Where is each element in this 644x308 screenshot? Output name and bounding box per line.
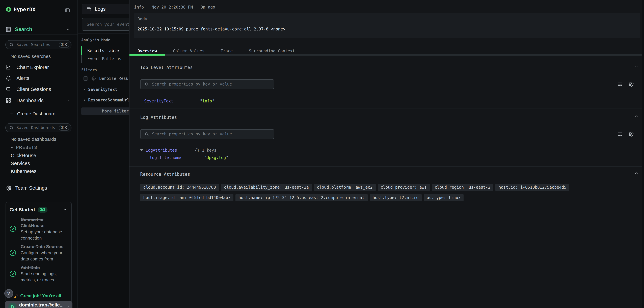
- create-dashboard-button[interactable]: Create Dashboard: [10, 110, 56, 118]
- sidebar-item-label: Chart Explorer: [16, 64, 49, 70]
- tab-column-values[interactable]: Column Values: [165, 47, 213, 54]
- property-search-input[interactable]: [152, 80, 274, 89]
- resource-attribute-chip[interactable]: cloud.provider: aws: [378, 184, 430, 191]
- sidebar-item-alerts[interactable]: Alerts: [5, 73, 72, 83]
- tab-trace[interactable]: Trace: [212, 47, 241, 54]
- party-popper-icon: [13, 293, 19, 299]
- mode-event-patterns[interactable]: Event Patterns: [88, 55, 121, 63]
- get-started-item-title: Create Data Sources: [21, 244, 67, 250]
- property-search-input[interactable]: [152, 130, 274, 139]
- gear-icon[interactable]: [628, 131, 634, 137]
- resource-attribute-chip[interactable]: host.id: i-0510b81275acbe4d5: [496, 184, 569, 191]
- create-dashboard-label: Create Dashboard: [17, 111, 56, 117]
- saved-searches-input[interactable]: Saved Searches ⌘K: [5, 40, 72, 49]
- resource-attribute-chip[interactable]: cloud.account.id: 244449518788: [140, 184, 219, 191]
- chevron-up-icon[interactable]: [634, 114, 639, 119]
- sidebar-item-chart-explorer[interactable]: Chart Explorer: [5, 63, 72, 72]
- section-title: Resource Attributes: [140, 172, 190, 177]
- attribute-value[interactable]: info: [202, 99, 212, 103]
- keys-count: 1 keys: [202, 148, 216, 153]
- resource-attribute-chip[interactable]: host.image.id: ami-0f5fcdfbd140e4ab7: [140, 194, 234, 201]
- active-mode-indicator: [81, 46, 82, 55]
- logs-source-icon: [86, 6, 92, 12]
- section-title: Top Level Attributes: [140, 65, 193, 70]
- bell-icon: [5, 75, 12, 81]
- collapse-sidebar-icon[interactable]: [64, 8, 70, 13]
- avatar: D: [8, 303, 16, 308]
- user-menu[interactable]: D dominic.tran@clic... dominic.tran@clic…: [5, 301, 72, 308]
- get-started-progress-badge: 3/3: [38, 207, 48, 213]
- hyperdx-logo-icon: [6, 6, 12, 12]
- sidebar-item-preset-services[interactable]: Services: [11, 159, 30, 167]
- attribute-key[interactable]: log.file.name: [150, 155, 204, 160]
- scrollbar[interactable]: [642, 0, 644, 308]
- team-settings-label: Team Settings: [15, 185, 47, 191]
- chevron-up-icon[interactable]: [66, 27, 70, 32]
- check-circle-icon: [10, 271, 16, 277]
- search-icon: [144, 132, 149, 136]
- sidebar-item-client-sessions[interactable]: Client Sessions: [5, 85, 72, 94]
- quote: ": [200, 99, 202, 103]
- get-started-item[interactable]: Add DataStart sending logs, metrics, or …: [10, 265, 67, 283]
- tab-overview[interactable]: Overview: [130, 47, 165, 54]
- attribute-row: SeverityText "info": [144, 98, 214, 104]
- get-started-card: Get Started 3/3 Connect to ClickHouseSet…: [6, 202, 72, 303]
- search-icon: [10, 42, 14, 47]
- chevron-up-icon[interactable]: [63, 208, 67, 212]
- resource-attribute-chip[interactable]: cloud.region: us-east-2: [432, 184, 494, 191]
- wrap-lines-icon[interactable]: [618, 131, 623, 137]
- saved-dashboards-input[interactable]: Saved Dashboards ⌘K: [5, 123, 72, 132]
- chevron-up-icon[interactable]: [634, 171, 639, 175]
- brand[interactable]: HyperDX: [6, 6, 36, 12]
- get-started-item-title: Add Data: [21, 265, 67, 271]
- resource-attribute-chip[interactable]: host.name: ip-172-31-12-5.us-east-2.comp…: [236, 194, 368, 201]
- sidebar-item-label: Alerts: [16, 75, 29, 81]
- sidebar-item-search[interactable]: Search: [6, 25, 72, 33]
- resource-attribute-chip[interactable]: os.type: linux: [424, 194, 464, 201]
- quote: ": [204, 155, 206, 160]
- mode-results-table[interactable]: Results Table: [88, 47, 119, 55]
- resource-attribute-chip[interactable]: host.type: t2.micro: [370, 194, 422, 201]
- get-started-item[interactable]: Create Data SourcesConfigure where your …: [10, 244, 67, 262]
- brand-name: HyperDX: [14, 6, 36, 12]
- denoise-checkbox[interactable]: [84, 76, 88, 81]
- section-actions: [618, 82, 634, 87]
- check-circle-icon: [10, 225, 16, 232]
- check-circle-icon: [10, 250, 16, 256]
- attribute-tree-row[interactable]: LogAttributes {} 1 keys: [140, 147, 216, 154]
- chevron-right-icon: [82, 88, 86, 91]
- body-label: Body: [138, 17, 636, 21]
- attribute-group-name[interactable]: LogAttributes: [146, 148, 195, 153]
- chevron-up-icon[interactable]: [634, 64, 639, 69]
- attribute-key[interactable]: SeverityText: [144, 99, 200, 103]
- attribute-value[interactable]: dpkg.log: [206, 155, 226, 160]
- section-top-level-attributes: Top Level Attributes: [130, 59, 644, 109]
- sidebar-item-preset-clickhouse[interactable]: ClickHouse: [11, 152, 36, 159]
- denoise-results-filter: Denoise Results: [84, 74, 136, 83]
- presets-toggle[interactable]: PRESETS: [10, 145, 37, 150]
- sidebar-item-dashboards[interactable]: Dashboards: [5, 96, 72, 105]
- tab-surrounding-context[interactable]: Surrounding Context: [241, 47, 303, 54]
- congrats-message: Great job! You're all: [13, 293, 68, 299]
- sidebar-item-label: Client Sessions: [16, 86, 51, 92]
- sidebar-item-preset-kubernetes[interactable]: Kubernetes: [11, 167, 36, 175]
- sidebar: HyperDX Search: [0, 0, 78, 308]
- chevron-up-icon[interactable]: [66, 98, 70, 103]
- resource-attribute-chip[interactable]: cloud.availability_zone: us-east-2a: [221, 184, 312, 191]
- sidebar-item-team-settings[interactable]: Team Settings: [6, 184, 47, 192]
- search-page-icon: [6, 26, 11, 33]
- resource-attribute-chip[interactable]: cloud.platform: aws_ec2: [314, 184, 376, 191]
- wrap-lines-icon[interactable]: [618, 82, 623, 87]
- filter-group-resourceschemaurl[interactable]: ResourceSchemaUrl: [82, 96, 130, 104]
- search-icon: [10, 126, 14, 130]
- get-started-item[interactable]: Connect to ClickHouseSet up your databas…: [10, 216, 67, 241]
- source-select-label: Logs: [95, 6, 106, 12]
- event-details-drawer: info · Nov 20 2:20:30 PM · 3m ago Body 2…: [129, 0, 644, 308]
- plus-icon: [10, 112, 14, 116]
- gear-icon[interactable]: [628, 82, 634, 87]
- filter-group-severitytext[interactable]: SeverityText: [82, 86, 117, 94]
- saved-dashboards-placeholder: Saved Dashboards: [16, 125, 56, 130]
- get-started-item-desc: Set up your database connection: [21, 229, 67, 241]
- no-saved-dashboards-text: No saved dashboards: [10, 137, 56, 142]
- help-button[interactable]: ?: [4, 289, 13, 298]
